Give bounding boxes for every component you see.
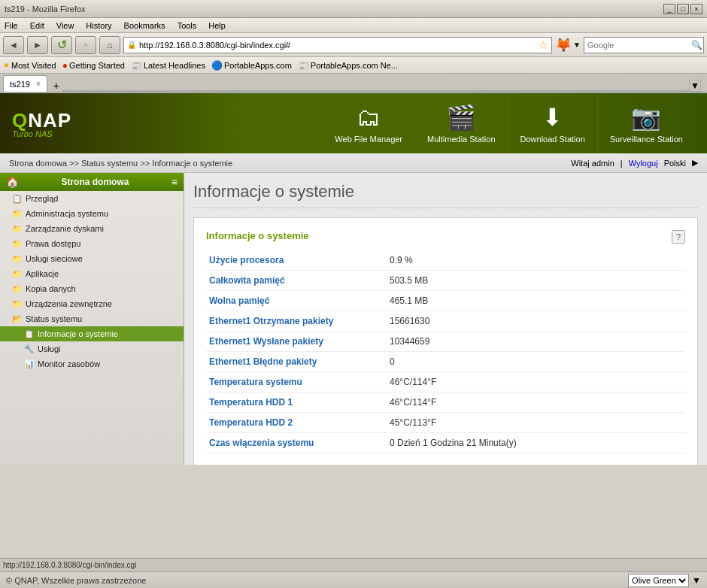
reload-button[interactable]: ↺ [51,36,72,54]
tab-ts219[interactable]: ts219 × [3,75,47,92]
nav-bar: ◄ ► ↺ × ⌂ 🔒 ☆ 🦊 ▼ 🔍 [0,33,707,57]
bookmark-label: PortableApps.com [224,61,292,70]
sidebar-item-urzadzenia-zewnetrzne[interactable]: 📁 Urządzenia zewnętrzne [0,296,184,311]
logout-link[interactable]: Wyloguj [629,159,658,168]
home-icon: 🏠 [6,176,19,188]
user-greeting: Witaj admin [571,159,614,168]
folder-icon: 📁 [12,224,23,234]
bookmark-most-visited[interactable]: ★ Most Visited [3,61,56,70]
window-controls: _ □ × [663,4,702,14]
search-icon[interactable]: 🔍 [691,40,702,50]
multimedia-station-icon: 🎬 [446,103,476,132]
menu-edit[interactable]: Edit [29,21,46,30]
search-bar[interactable]: 🔍 [584,37,704,53]
portableapps-ne-icon: 📰 [298,60,309,71]
bookmark-star-icon[interactable]: ☆ [539,39,548,51]
page-title: Informacje o systemie [193,182,698,208]
nav-multimedia-station[interactable]: 🎬 Multimedia Station [414,93,508,153]
search-engine-icon: 🦊 [555,37,572,53]
doc-icon: 📋 [24,329,35,339]
search-input[interactable] [587,41,691,50]
back-button[interactable]: ◄ [3,36,24,54]
maximize-button[interactable]: □ [677,4,689,14]
sidebar-item-uslugi[interactable]: 🔧 Usługi [0,341,184,356]
sidebar-item-kopia-danych[interactable]: 📁 Kopia danych [0,281,184,296]
monitor-icon: 📊 [24,359,35,369]
table-row: Ethernet1 Wysłane pakiety 10344659 [206,332,685,352]
info-value: 503.5 MB [387,271,685,291]
new-tab-button[interactable]: + [50,80,62,92]
sidebar-item-admin-systemu[interactable]: 📁 Administracja systemu [0,206,184,221]
info-value: 10344659 [387,332,685,352]
info-box: ? Informacje o systemie Użycie procesora… [193,217,698,465]
status-bar: © QNAP, Wszelkie prawa zastrzeżone Olive… [0,571,707,588]
sidebar-item-label: Kopia danych [26,284,76,293]
nav-download-station[interactable]: ⬇ Download Station [508,93,597,153]
qnap-nav: 🗂 Web File Manager 🎬 Multimedia Station … [322,93,695,153]
sidebar-toggle-button[interactable]: ≡ [171,176,178,188]
breadcrumb-bar: Strona domowa >> Status systemu >> Infor… [0,153,707,173]
sidebar: 🏠 Strona domowa ≡ 📋 Przegląd 📁 Administr… [0,173,184,465]
browser-titlebar: ts219 - Mozilla Firefox _ □ × [0,0,707,18]
theme-selector[interactable]: Olive Green [628,574,689,587]
folder-icon: 📁 [12,239,23,249]
table-row: Temperatura HDD 1 46°C/114°F [206,393,685,413]
sidebar-item-informacje-o-systemie[interactable]: 📋 Informacje o systemie [0,326,184,341]
info-value: 45°C/113°F [387,413,685,433]
forward-button[interactable]: ► [27,36,48,54]
sidebar-item-label: Prawa dostępu [26,239,80,248]
qnap-tagline: Turbo NAS [12,129,71,138]
menu-tools[interactable]: Tools [176,21,199,30]
bookmark-label: Getting Started [69,61,125,70]
address-input[interactable] [139,41,539,50]
latest-headlines-icon: 📰 [131,60,142,71]
bookmark-latest-headlines[interactable]: 📰 Latest Headlines [131,60,205,71]
sidebar-item-zarzadzanie-dyskami[interactable]: 📁 Zarządzanie dyskami [0,221,184,236]
info-value: 46°C/114°F [387,372,685,393]
qnap-header: QNAP Turbo NAS 🗂 Web File Manager 🎬 Mult… [0,93,707,153]
surveillance-station-icon: 📷 [631,103,661,132]
table-row: Wolna pamięć 465.1 MB [206,291,685,311]
language-selector[interactable]: Polski [664,159,686,168]
sidebar-item-prawa-dostepu[interactable]: 📁 Prawa dostępu [0,236,184,251]
help-button[interactable]: ? [672,230,685,244]
sidebar-item-label: Monitor zasobów [38,359,100,368]
menu-history[interactable]: History [84,21,113,30]
menu-file[interactable]: File [3,21,20,30]
folder-icon: 📁 [12,254,23,264]
sidebar-item-label: Aplikacje [26,269,59,278]
url-status-bar: http://192.168.0.3:8080/cgi-bin/index.cg… [0,558,707,571]
services-icon: 🔧 [24,344,35,354]
info-label: Temperatura HDD 2 [206,413,387,433]
folder-icon: 📁 [12,284,23,294]
menu-view[interactable]: View [55,21,76,30]
menu-help[interactable]: Help [207,21,227,30]
info-value: 0 Dzień 1 Godzina 21 Minuta(y) [387,433,685,453]
bookmark-getting-started[interactable]: ● Getting Started [62,60,125,71]
bookmark-portableapps[interactable]: 🔵 PortableApps.com [211,60,292,71]
sidebar-item-label: Usługi [38,344,61,353]
sidebar-item-przeglad[interactable]: 📋 Przegląd [0,191,184,206]
stop-button[interactable]: × [75,36,96,54]
info-label: Temperatura systemu [206,372,387,393]
address-bar[interactable]: 🔒 ☆ [123,37,552,53]
sidebar-item-status-systemu[interactable]: 📂 Status systemu [0,311,184,326]
bookmark-portableapps-ne[interactable]: 📰 PortableApps.com Ne... [298,60,398,71]
home-button[interactable]: ⌂ [99,36,120,54]
info-label: Ethernet1 Otrzymane pakiety [206,311,387,332]
language-arrow-icon[interactable]: ▶ [692,158,698,168]
table-row: Użycie procesora 0.9 % [206,250,685,271]
folder-icon: 📁 [12,269,23,279]
sidebar-item-uslugi-sieciowe[interactable]: 📁 Usługi sieciowe [0,251,184,266]
folder-icon: 📁 [12,209,23,219]
sidebar-item-aplikacje[interactable]: 📁 Aplikacje [0,266,184,281]
nav-surveillance-station[interactable]: 📷 Surveillance Station [597,93,695,153]
tab-close-button[interactable]: × [36,80,41,88]
close-button[interactable]: × [690,4,702,14]
sidebar-item-monitor-zasobow[interactable]: 📊 Monitor zasobów [0,356,184,371]
menu-bookmarks[interactable]: Bookmarks [123,21,167,30]
sidebar-item-label: Przegląd [26,194,58,203]
minimize-button[interactable]: _ [663,4,675,14]
tab-scroll-button[interactable]: ▼ [689,80,701,92]
nav-web-file-manager[interactable]: 🗂 Web File Manager [322,93,414,153]
